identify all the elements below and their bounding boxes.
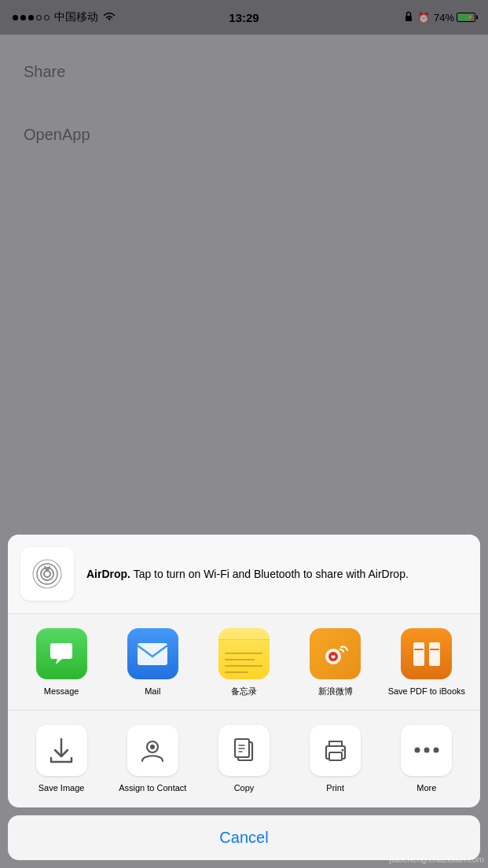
copy-icon-wrap [218,725,270,776]
action-more[interactable]: More [387,725,466,793]
svg-point-9 [332,654,333,656]
svg-point-15 [150,745,155,749]
notes-label: 备忘录 [231,686,257,697]
share-sheet: AirDrop. Tap to turn on Wi-Fi and Blueto… [0,527,488,868]
actions-row: Save Image Assign to Contact [16,725,472,793]
svg-rect-13 [430,649,439,650]
svg-point-1 [44,571,50,577]
svg-rect-5 [138,643,167,665]
message-bubble-icon [46,639,76,669]
airdrop-icon [29,556,65,592]
print-icon [321,737,350,763]
mail-label: Mail [145,686,160,697]
svg-rect-10 [413,642,424,666]
svg-point-23 [433,748,438,753]
print-icon-wrap [310,725,361,776]
app-notes[interactable]: 备忘录 [204,628,283,697]
action-assign-contact[interactable]: Assign to Contact [113,725,192,793]
save-image-icon-wrap [36,725,87,776]
svg-rect-19 [329,752,342,760]
app-weibo[interactable]: 新浪微博 [296,628,375,697]
weibo-label: 新浪微博 [318,686,353,697]
weibo-icon [310,628,361,679]
notes-icon [218,628,270,679]
message-icon [36,628,87,679]
svg-point-20 [341,749,343,752]
svg-rect-11 [429,642,440,666]
ibooks-label: Save PDF to iBooks [388,686,465,697]
app-ibooks[interactable]: Save PDF to iBooks [387,628,466,697]
more-label: More [416,782,436,793]
app-message[interactable]: Message [22,628,101,697]
action-save-image[interactable]: Save Image [22,725,101,793]
apps-row: Message Mail [16,628,472,697]
print-label: Print [326,782,344,793]
mail-envelope-icon [137,642,168,666]
watermark: jiaocheng.chazidian.com [390,855,484,864]
more-dots-icon [413,745,441,755]
assign-contact-icon-wrap [127,725,178,776]
svg-point-22 [424,748,429,753]
assign-contact-icon [138,736,167,764]
save-image-icon [48,736,75,764]
copy-label: Copy [234,782,255,793]
action-copy[interactable]: Copy [204,725,283,793]
mail-icon [127,628,178,679]
actions-section: Save Image Assign to Contact [8,711,480,807]
action-print[interactable]: Print [296,725,375,793]
cancel-button[interactable]: Cancel [8,815,480,860]
app-mail[interactable]: Mail [113,628,192,697]
save-image-label: Save Image [39,782,85,793]
svg-point-3 [37,564,57,584]
message-label: Message [44,686,79,697]
copy-icon [230,736,257,764]
more-icon-wrap [401,725,452,776]
assign-contact-label: Assign to Contact [119,782,186,793]
weibo-logo-icon [319,638,352,671]
cancel-label: Cancel [219,829,268,847]
svg-point-21 [414,748,420,753]
apps-section: Message Mail [8,614,480,710]
svg-rect-12 [414,649,424,650]
share-panel: AirDrop. Tap to turn on Wi-Fi and Blueto… [8,535,480,807]
airdrop-icon-wrap [20,547,74,601]
ibooks-books-icon [410,639,443,669]
ibooks-icon [401,628,452,679]
airdrop-section[interactable]: AirDrop. Tap to turn on Wi-Fi and Blueto… [8,535,480,614]
airdrop-description: AirDrop. Tap to turn on Wi-Fi and Blueto… [86,567,409,583]
